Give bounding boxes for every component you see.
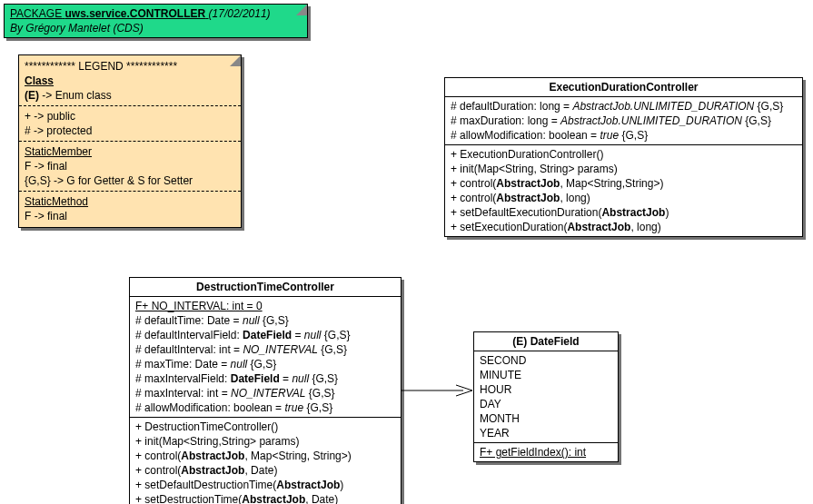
attr: # allowModification: boolean = xyxy=(451,129,600,142)
package-author: By Grégory Mantelet (CDS) xyxy=(10,21,302,35)
attr-suffix: {G,S} xyxy=(318,343,347,356)
attr: # maxDuration: long = xyxy=(451,114,560,127)
legend-note: ************ LEGEND ************ Class (… xyxy=(18,54,242,228)
legend-protected: # -> protected xyxy=(25,124,235,138)
attr-type: DateField xyxy=(243,329,292,341)
method-tail: , Date) xyxy=(305,493,338,504)
attr-suffix: {G,S} xyxy=(754,100,783,113)
method: F+ getFieldIndex(): int xyxy=(480,445,612,460)
attr: # defaultDuration: long = xyxy=(451,100,572,113)
attr-suffix: {G,S} xyxy=(619,129,648,142)
note-corner xyxy=(296,5,307,15)
enum-value: SECOND xyxy=(480,353,612,368)
attr-default: null xyxy=(231,358,248,371)
package-date: (17/02/2011) xyxy=(209,7,271,20)
package-title-note: PACKAGE uws.service.CONTROLLER (17/02/20… xyxy=(4,4,308,38)
attr-default: NO_INTERVAL xyxy=(243,343,317,356)
legend-class: Class xyxy=(25,74,235,88)
package-name: uws.service.CONTROLLER xyxy=(64,7,205,20)
method-tail: , long) xyxy=(560,192,590,204)
note-corner xyxy=(230,55,241,66)
legend-gs: {G,S} -> G for Getter & S for Setter xyxy=(25,173,235,188)
enum-value: YEAR xyxy=(480,426,612,440)
method: + control( xyxy=(135,450,181,462)
class-execution-duration-controller: ExecutionDurationController # defaultDur… xyxy=(444,77,803,237)
attr-default: NO_INTERVAL xyxy=(231,387,305,400)
legend-enum: -> Enum class xyxy=(42,89,111,102)
legend-heading: ************ LEGEND ************ xyxy=(25,59,235,74)
attr: # allowModification: boolean = xyxy=(135,401,284,414)
param-type: AbstractJob xyxy=(567,221,630,233)
class-destruction-time-controller: DestructionTimeController F+ NO_INTERVAL… xyxy=(129,277,402,504)
attr-suffix: {G,S} xyxy=(303,401,332,414)
legend-static-method: StaticMethod xyxy=(25,194,235,209)
class-title: ExecutionDurationController xyxy=(445,78,802,96)
param-type: AbstractJob xyxy=(601,206,665,219)
enum-value: MINUTE xyxy=(480,368,612,382)
attr-default: null xyxy=(243,314,260,327)
method: + DestructionTimeController() xyxy=(135,420,395,434)
method: + control( xyxy=(135,464,181,477)
package-prefix: PACKAGE xyxy=(10,7,62,20)
enum-value: MONTH xyxy=(480,411,612,426)
attr-default: true xyxy=(600,129,619,142)
attr: # maxIntervalField: xyxy=(135,372,231,385)
method-tail: , long) xyxy=(630,221,660,233)
attr-suffix: {G,S} xyxy=(321,329,350,341)
attr-default: true xyxy=(284,401,303,414)
legend-final2: F -> final xyxy=(25,209,235,223)
attr-suffix: {G,S} xyxy=(742,114,771,127)
attr-default: AbstractJob.UNLIMITED_DURATION xyxy=(560,114,742,127)
attr: # maxTime: Date = xyxy=(135,358,231,371)
method: + control( xyxy=(451,177,496,190)
const: F+ NO_INTERVAL: int = 0 xyxy=(135,299,395,313)
param-type: AbstractJob xyxy=(496,177,560,190)
method: + setExecutionDuration( xyxy=(451,221,567,233)
param-type: AbstractJob xyxy=(181,450,244,462)
attr-suffix: {G,S} xyxy=(309,372,338,385)
attr: # maxInterval: int = xyxy=(135,387,231,400)
param-type: AbstractJob xyxy=(276,479,340,491)
attr-default: null xyxy=(304,329,322,341)
param-type: AbstractJob xyxy=(242,493,305,504)
enum-datefield: (E) DateField SECOND MINUTE HOUR DAY MON… xyxy=(473,331,619,462)
attr-type: DateField xyxy=(231,372,280,385)
method-tail: ) xyxy=(340,479,343,491)
param-type: AbstractJob xyxy=(181,464,244,477)
enum-title: (E) DateField xyxy=(474,332,618,351)
attr-default: null xyxy=(292,372,309,385)
method-tail: ) xyxy=(665,206,669,219)
attr-suffix: {G,S} xyxy=(306,387,335,400)
legend-static-member: StaticMember xyxy=(25,144,235,159)
method: + setDefaultDestructionTime( xyxy=(135,479,276,491)
method: + control( xyxy=(451,192,496,204)
attr: = xyxy=(292,329,304,341)
attr: # defaultInterval: int = xyxy=(135,343,243,356)
method: + init(Map<String, String> params) xyxy=(451,162,797,176)
method: + init(Map<String,String> params) xyxy=(135,434,395,449)
legend-public: + -> public xyxy=(25,109,235,124)
attr-suffix: {G,S} xyxy=(247,358,276,371)
package-label: PACKAGE uws.service.CONTROLLER xyxy=(10,7,209,20)
method: + setDefaultExecutionDuration( xyxy=(451,206,601,219)
association-arrow xyxy=(402,384,474,397)
attr-suffix: {G,S} xyxy=(260,314,289,327)
method: + setDestructionTime( xyxy=(135,493,242,504)
class-title: DestructionTimeController xyxy=(130,278,401,296)
attr-default: AbstractJob.UNLIMITED_DURATION xyxy=(572,100,754,113)
enum-value: HOUR xyxy=(480,382,612,397)
attr: # defaultIntervalField: xyxy=(135,329,243,341)
method: + ExecutionDurationController() xyxy=(451,147,797,162)
method-tail: , Map<String, String>) xyxy=(244,450,351,462)
attr: = xyxy=(280,372,292,385)
attr: # defaultTime: Date = xyxy=(135,314,243,327)
method-tail: , Date) xyxy=(244,464,277,477)
legend-final: F -> final xyxy=(25,159,235,173)
param-type: AbstractJob xyxy=(496,192,560,204)
method-tail: , Map<String,String>) xyxy=(560,177,663,190)
enum-value: DAY xyxy=(480,397,612,411)
